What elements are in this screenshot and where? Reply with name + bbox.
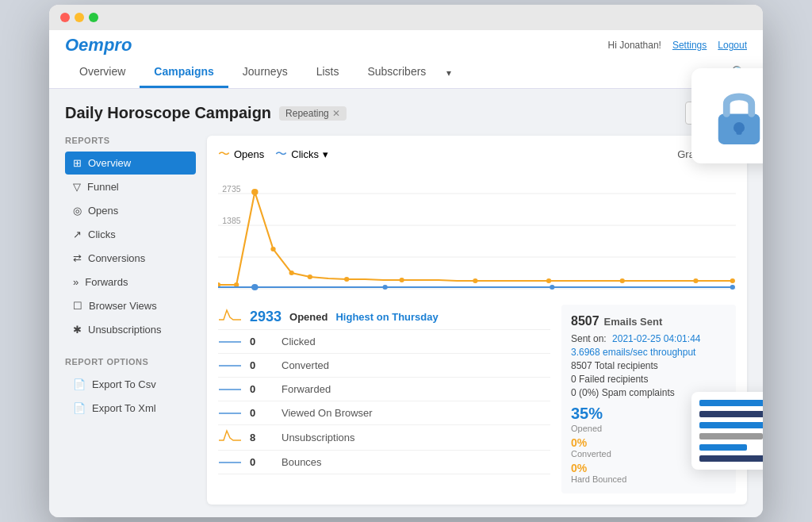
settings-link[interactable]: Settings: [672, 40, 707, 51]
browser-views-icon: ☐: [73, 300, 82, 312]
unsubscriptions-icon: ✱: [73, 324, 82, 336]
opened-count: 2933: [250, 309, 282, 325]
sidebar-item-opens[interactable]: ◎ Opens: [65, 199, 196, 222]
main-content: Daily Horoscope Campaign Repeating ✕ Sha…: [49, 89, 763, 517]
sent-date: 2021-02-25 04:01:44: [612, 333, 700, 344]
nav-subscribers[interactable]: Subscribers: [353, 57, 440, 88]
viewed-count: 0: [250, 407, 274, 419]
bounced-label: Bounces: [282, 456, 322, 468]
stat-converted: 0 Converted: [218, 354, 550, 378]
reports-section: REPORTS ⊞ Overview ▽ Funnel ◎ Opens ↗: [65, 136, 196, 341]
funnel-icon: ▽: [73, 181, 81, 193]
forwards-icon: »: [73, 276, 79, 288]
clicked-line-icon: [218, 333, 242, 350]
bounced-count: 0: [250, 456, 274, 468]
stats-row: 2933 Opened Highest on Thursday 0 Clicke…: [218, 305, 736, 493]
throughput-line: 3.6968 emails/sec throughput: [571, 347, 726, 358]
menu-line-2: [699, 411, 763, 417]
sidebar-item-clicks[interactable]: ↗ Clicks: [65, 223, 196, 246]
badge-close-icon[interactable]: ✕: [332, 108, 340, 119]
overview-icon: ⊞: [73, 157, 82, 169]
emails-sent-count: 8507: [571, 314, 599, 328]
svg-point-11: [308, 274, 312, 279]
viewed-label: Viewed On Browser: [282, 407, 373, 419]
menu-overlay-card: [691, 392, 763, 470]
forwarded-count: 0: [250, 383, 274, 395]
sidebar-item-forwards[interactable]: » Forwards: [65, 271, 196, 294]
svg-text:2735: 2735: [222, 185, 241, 194]
nav-journeys[interactable]: Journeys: [228, 57, 302, 88]
failed-recipients-line: 0 Failed recipients: [571, 374, 726, 385]
svg-point-20: [382, 285, 387, 290]
svg-point-18: [730, 278, 735, 283]
clicks-icon: ↗: [73, 228, 82, 240]
stat-bounced: 0 Bounces: [218, 451, 550, 474]
chart-header: 〜 Opens 〜 Clicks ▾ Graph By: 7: [218, 147, 736, 162]
stat-clicked: 0 Clicked: [218, 330, 550, 354]
legend-dropdown-icon[interactable]: ▾: [323, 148, 328, 160]
nav-more-dropdown[interactable]: ▾: [440, 59, 458, 86]
menu-line-4: [699, 433, 763, 439]
svg-point-22: [730, 285, 735, 290]
lock-overlay-card: [691, 68, 763, 163]
hard-bounced-label: Hard Bounced: [571, 474, 726, 484]
unsub-count: 8: [250, 432, 274, 443]
stat-forwarded: 0 Forwarded: [218, 378, 550, 401]
total-recipients-line: 8507 Total recipients: [571, 360, 726, 371]
chart-svg: 2735 1385: [218, 170, 736, 297]
chart-legend: 〜 Opens 〜 Clicks ▾: [218, 147, 328, 162]
menu-line-3: [699, 422, 763, 428]
nav-bar: Overview Campaigns Journeys Lists Subscr…: [49, 57, 763, 88]
conversions-icon: ⇄: [73, 252, 82, 264]
maximize-button[interactable]: [89, 13, 98, 22]
legend-opens[interactable]: 〜 Opens: [218, 147, 264, 162]
emails-sent-label: Emails Sent: [604, 316, 663, 328]
svg-point-16: [620, 278, 625, 283]
sidebar-item-conversions[interactable]: ⇄ Conversions: [65, 247, 196, 270]
converted-count: 0: [250, 359, 274, 371]
campaign-badge: Repeating ✕: [279, 106, 347, 121]
close-button[interactable]: [60, 13, 70, 22]
svg-text:1385: 1385: [222, 217, 241, 225]
browser-titlebar: [49, 5, 763, 30]
nav-lists[interactable]: Lists: [302, 57, 354, 88]
svg-point-10: [289, 271, 294, 275]
minimize-button[interactable]: [75, 13, 84, 22]
nav-campaigns[interactable]: Campaigns: [140, 57, 228, 88]
stat-opened: 2933 Opened Highest on Thursday: [218, 305, 550, 330]
svg-point-12: [344, 277, 349, 282]
report-options-section: REPORT OPTIONS 📄 Export To Csv 📄 Export …: [65, 357, 196, 420]
report-options-title: REPORT OPTIONS: [65, 357, 196, 367]
page-title-area: Daily Horoscope Campaign Repeating ✕: [65, 104, 347, 122]
svg-point-14: [473, 278, 477, 283]
stat-unsub: 8 Unsubscriptions: [218, 425, 550, 451]
svg-rect-30: [737, 128, 742, 135]
chart-panel: 〜 Opens 〜 Clicks ▾ Graph By: 7: [207, 136, 747, 505]
export-csv-icon: 📄: [73, 378, 86, 390]
forwarded-line-icon: [218, 381, 242, 397]
nav-overview[interactable]: Overview: [65, 57, 140, 88]
viewed-line-icon: [218, 405, 242, 421]
svg-point-19: [251, 284, 258, 290]
converted-line-icon: [218, 357, 242, 374]
export-xml-icon: 📄: [73, 402, 86, 414]
sent-on-line: Sent on: 2021-02-25 04:01:44: [571, 333, 726, 344]
sidebar-item-export-csv[interactable]: 📄 Export To Csv: [65, 373, 196, 396]
opens-line-icon: 〜: [218, 147, 230, 162]
logout-link[interactable]: Logout: [718, 40, 747, 51]
sidebar-item-unsubscriptions[interactable]: ✱ Unsubscriptions: [65, 318, 196, 341]
sidebar-item-funnel[interactable]: ▽ Funnel: [65, 175, 196, 198]
reports-section-title: REPORTS: [65, 136, 196, 145]
unsub-label: Unsubscriptions: [282, 432, 355, 443]
svg-point-7: [270, 247, 275, 251]
menu-line-1: [699, 400, 763, 406]
sidebar-item-export-xml[interactable]: 📄 Export To Xml: [65, 397, 196, 420]
sidebar-item-browser-views[interactable]: ☐ Browser Views: [65, 294, 196, 317]
sidebar-item-overview[interactable]: ⊞ Overview: [65, 152, 196, 175]
opens-icon: ◎: [73, 205, 82, 217]
legend-clicks[interactable]: 〜 Clicks ▾: [275, 147, 328, 162]
svg-point-21: [550, 285, 554, 290]
lock-icon: [711, 84, 763, 148]
top-right-area: Hi Jonathan! Settings Logout: [608, 40, 747, 51]
svg-point-15: [546, 278, 551, 283]
